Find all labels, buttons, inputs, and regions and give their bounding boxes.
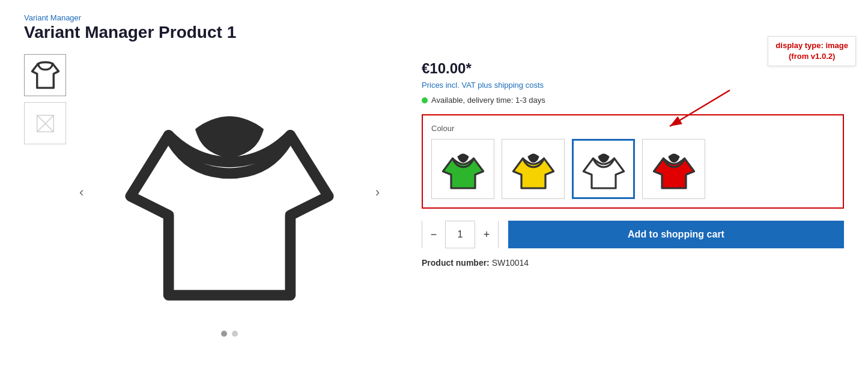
colour-label: Colour [431, 124, 834, 133]
image-dots [221, 331, 238, 337]
colour-options-list [431, 139, 834, 199]
colour-option-red[interactable] [642, 139, 705, 199]
thumbnail-2[interactable] [24, 102, 66, 144]
thumbnail-1[interactable] [24, 54, 66, 96]
yellow-shirt-icon [509, 145, 557, 193]
white-shirt-icon [580, 145, 628, 193]
product-info-panel: display type: image (from v1.0.2) €10.00… [422, 54, 844, 268]
add-to-cart-button[interactable]: Add to shopping cart [508, 221, 844, 248]
colour-selector: Colour [422, 114, 844, 209]
product-gallery: ‹ › [24, 54, 386, 331]
next-image-button[interactable]: › [369, 179, 386, 206]
main-product-image [97, 54, 362, 331]
colour-option-green[interactable] [431, 139, 494, 199]
availability-status: Available, delivery time: 1-3 days [422, 96, 844, 105]
thumbnail-shirt-2-icon [29, 107, 62, 140]
quantity-value: 1 [445, 221, 475, 248]
thumbnail-shirt-1-icon [29, 59, 62, 92]
availability-dot-icon [422, 97, 428, 103]
dot-1[interactable] [221, 331, 227, 337]
green-shirt-icon [439, 145, 487, 193]
main-image-area: ‹ › [73, 54, 386, 331]
product-title: Variant Manager Product 1 [24, 23, 844, 42]
colour-option-white[interactable] [572, 139, 635, 199]
red-shirt-icon [650, 145, 698, 193]
cart-controls: − 1 + Add to shopping cart [422, 221, 844, 248]
vat-info[interactable]: Prices incl. VAT plus shipping costs [422, 81, 844, 90]
quantity-increase-button[interactable]: + [475, 221, 498, 248]
prev-image-button[interactable]: ‹ [73, 179, 90, 206]
thumbnail-list [24, 54, 66, 331]
quantity-control: − 1 + [422, 221, 499, 248]
quantity-decrease-button[interactable]: − [422, 221, 445, 248]
product-number: Product number: SW10014 [422, 258, 844, 268]
main-shirt-icon [115, 69, 344, 316]
dot-2[interactable] [232, 331, 238, 337]
display-type-callout: display type: image (from v1.0.2) [768, 36, 856, 66]
colour-option-yellow[interactable] [502, 139, 565, 199]
breadcrumb[interactable]: Variant Manager [24, 12, 844, 23]
